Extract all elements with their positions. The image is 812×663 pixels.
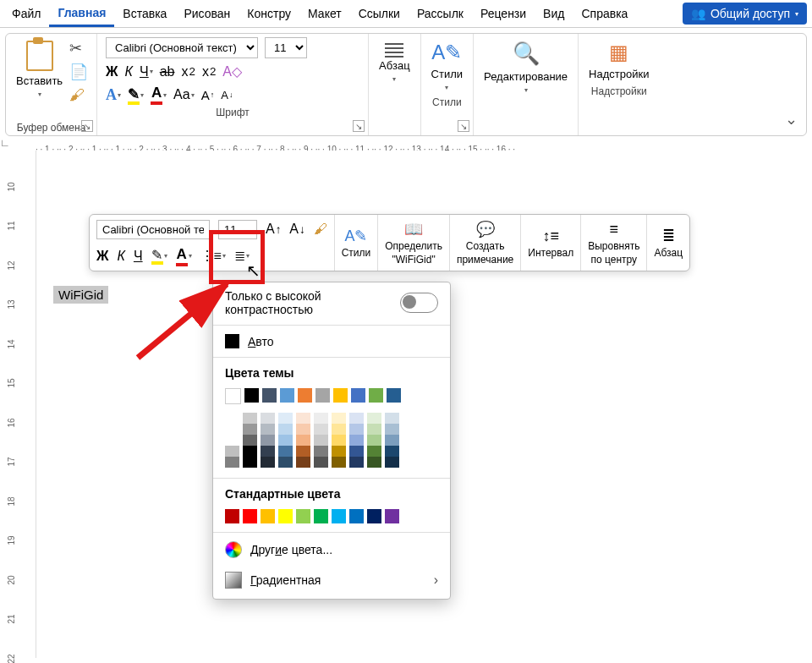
color-swatch[interactable] <box>385 457 399 468</box>
color-swatch[interactable] <box>261 446 275 457</box>
color-swatch[interactable] <box>367 509 381 523</box>
more-colors-item[interactable]: Другие цвета... Другие цвета... <box>213 534 450 565</box>
copy-icon[interactable]: 📄 <box>69 63 88 81</box>
color-swatch[interactable] <box>261 424 275 435</box>
tab-view[interactable]: Вид <box>535 2 573 25</box>
shrink-font-button[interactable]: A↓ <box>221 89 233 101</box>
mini-grow-font[interactable]: A↑ <box>266 222 281 237</box>
color-swatch[interactable] <box>296 413 310 424</box>
color-swatch[interactable] <box>298 388 312 403</box>
color-swatch[interactable] <box>261 457 275 468</box>
font-size-select[interactable]: 11 <box>265 37 307 58</box>
underline-button[interactable]: Ч▾ <box>140 64 153 79</box>
font-launcher[interactable]: ↘ <box>353 120 365 132</box>
color-swatch[interactable] <box>225 424 239 435</box>
mini-define-button[interactable]: 📖 Определить "WiFiGid" <box>378 215 450 271</box>
gradient-item[interactable]: Градиентная Градиентная › <box>213 565 450 595</box>
tab-draw[interactable]: Рисован <box>175 2 239 25</box>
document-page[interactable]: WiFiGid A↑ A↓ 🖌 Ж К Ч ✎▾ A▾ ⋮≡▾ ≣▾ A✎ С <box>36 151 764 658</box>
mini-comment-button[interactable]: 💬 Создать примечание <box>450 215 521 271</box>
mini-font-select[interactable] <box>96 220 210 239</box>
color-swatch[interactable] <box>351 388 365 403</box>
mini-underline[interactable]: Ч <box>134 249 143 264</box>
mini-numbering[interactable]: ≣▾ <box>234 248 250 264</box>
color-swatch[interactable] <box>278 509 293 523</box>
mini-styles-button[interactable]: A✎ Стили <box>335 215 379 271</box>
color-swatch[interactable] <box>332 457 346 468</box>
high-contrast-toggle-row[interactable]: Только с высокой контрастностью <box>213 282 450 323</box>
color-swatch[interactable] <box>225 457 239 468</box>
paragraph-button[interactable]: Абзац ▾ <box>377 37 411 86</box>
tab-home[interactable]: Главная <box>49 1 114 27</box>
color-swatch[interactable] <box>333 388 348 403</box>
color-swatch[interactable] <box>332 435 346 446</box>
color-swatch[interactable] <box>332 424 346 435</box>
color-swatch[interactable] <box>367 446 381 457</box>
color-swatch[interactable] <box>332 446 346 457</box>
highlight-button[interactable]: ✎▾ <box>128 85 144 105</box>
color-swatch[interactable] <box>387 388 401 403</box>
color-swatch[interactable] <box>296 424 310 435</box>
mini-italic[interactable]: К <box>117 249 124 264</box>
color-swatch[interactable] <box>261 413 275 424</box>
paste-button[interactable]: Вставить ▾ <box>14 37 64 101</box>
color-swatch[interactable] <box>296 446 310 457</box>
color-swatch[interactable] <box>314 446 328 457</box>
format-painter-icon[interactable]: 🖌 <box>69 86 88 104</box>
color-swatch[interactable] <box>315 388 330 403</box>
tab-refs[interactable]: Ссылки <box>350 2 409 25</box>
mini-shrink-font[interactable]: A↓ <box>289 222 304 237</box>
color-swatch[interactable] <box>243 435 257 446</box>
color-swatch[interactable] <box>225 435 239 446</box>
color-swatch[interactable] <box>385 413 399 424</box>
color-swatch[interactable] <box>244 388 259 403</box>
color-swatch[interactable] <box>367 424 381 435</box>
color-swatch[interactable] <box>369 388 383 403</box>
color-swatch[interactable] <box>385 446 399 457</box>
color-swatch[interactable] <box>332 509 346 523</box>
strike-button[interactable]: ab <box>160 64 175 79</box>
color-swatch[interactable] <box>261 509 275 523</box>
color-swatch[interactable] <box>261 435 275 446</box>
color-swatch[interactable] <box>367 457 381 468</box>
font-color-button[interactable]: A▾ <box>151 85 167 105</box>
color-swatch[interactable] <box>225 388 241 404</box>
color-swatch[interactable] <box>296 435 310 446</box>
color-swatch[interactable] <box>243 457 257 468</box>
italic-button[interactable]: К <box>125 64 133 79</box>
color-swatch[interactable] <box>385 509 399 523</box>
color-swatch[interactable] <box>225 509 239 523</box>
mini-size-select[interactable] <box>218 220 257 239</box>
clipboard-launcher[interactable]: ↘ <box>81 120 93 132</box>
selected-text[interactable]: WiFiGid <box>53 286 108 304</box>
tab-file[interactable]: Файл <box>3 2 49 25</box>
color-swatch[interactable] <box>385 435 399 446</box>
color-swatch[interactable] <box>349 413 364 424</box>
color-swatch[interactable] <box>367 435 381 446</box>
color-swatch[interactable] <box>314 509 328 523</box>
color-swatch[interactable] <box>349 424 364 435</box>
color-swatch[interactable] <box>314 457 328 468</box>
color-swatch[interactable] <box>296 457 310 468</box>
color-swatch[interactable] <box>349 435 364 446</box>
tab-insert[interactable]: Вставка <box>114 2 175 25</box>
color-swatch[interactable] <box>349 457 364 468</box>
color-swatch[interactable] <box>278 413 293 424</box>
color-swatch[interactable] <box>349 509 364 523</box>
tab-design[interactable]: Констру <box>239 2 299 25</box>
color-swatch[interactable] <box>243 446 257 457</box>
mini-bold[interactable]: Ж <box>96 249 108 264</box>
toggle-switch[interactable] <box>400 293 438 313</box>
color-swatch[interactable] <box>278 435 293 446</box>
color-swatch[interactable] <box>314 435 328 446</box>
collapse-ribbon-icon[interactable]: ⌄ <box>785 110 798 129</box>
subscript-button[interactable]: x2 <box>181 64 195 79</box>
color-swatch[interactable] <box>225 446 239 457</box>
auto-color-item[interactable]: ААвтовто <box>213 327 450 355</box>
bold-button[interactable]: Ж <box>106 64 118 79</box>
tab-layout[interactable]: Макет <box>299 2 350 25</box>
color-swatch[interactable] <box>280 388 294 403</box>
color-swatch[interactable] <box>278 457 293 468</box>
font-name-select[interactable]: Calibri (Основной текст) <box>106 37 258 58</box>
mini-paragraph-button[interactable]: ≣ Абзац <box>647 215 689 271</box>
